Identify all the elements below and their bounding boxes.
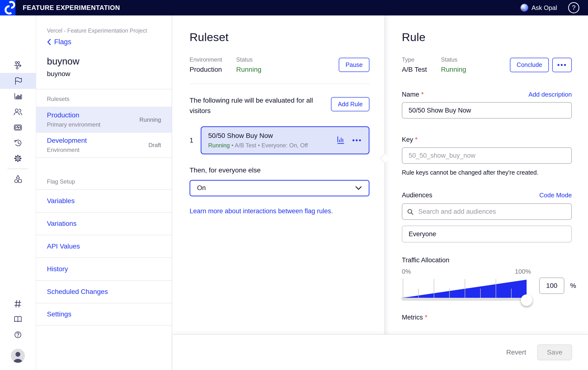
traffic-allocation-slider[interactable]: 0% 100% [402,268,527,304]
optimizely-logo[interactable] [0,0,15,15]
learn-more-link[interactable]: Learn more about interactions between fl… [189,208,333,215]
icon-rail [0,15,36,370]
flag-key: buynow [47,70,161,78]
add-rule-button[interactable]: Add Rule [331,97,369,111]
help-circle-icon [13,330,22,339]
chevron-left-icon [47,39,51,45]
sidebar-item-reports[interactable] [0,89,36,104]
status-value: Running [236,66,261,73]
code-mode-link[interactable]: Code Mode [539,191,572,199]
sidebar-item-variations[interactable]: Variations [36,212,172,235]
rule-key-input[interactable] [402,147,572,164]
sidebar-item-variables[interactable]: Variables [36,189,172,212]
add-description-link[interactable]: Add description [528,91,572,98]
chevron-down-icon [355,186,362,190]
name-label: Name* [402,91,424,98]
environment-value: Production [189,66,222,73]
audience-everyone-chip[interactable]: Everyone [402,226,572,242]
top-bar: FEATURE EXPERIMENTATION Ask Opal ? [0,0,588,15]
slider-tick [418,289,419,298]
environment-status: Draft [148,142,161,149]
slider-tick [449,289,450,298]
sidebar-item-settings[interactable] [0,151,36,166]
conclude-button[interactable]: Conclude [510,58,549,72]
rule-card-status: Running [208,142,230,149]
environment-description: Primary environment [47,121,100,128]
sidebar-item-history[interactable]: History [36,258,172,280]
sidebar-item-history[interactable] [0,135,36,151]
sidebar-item-events[interactable] [0,120,36,135]
sidebar-item-flags[interactable] [0,73,36,89]
sidebar-item-production[interactable]: Production Primary environment Running [36,107,172,132]
audience-search-input[interactable] [402,203,572,220]
sidebar-item-help[interactable] [0,327,36,342]
book-icon [13,315,22,324]
bar-chart-icon [13,92,22,101]
sidebar-item-settings[interactable]: Settings [36,303,172,326]
rail-divider [8,169,28,169]
rule-detail-panel: Rule Type A/B Test Status Running Conclu… [384,15,588,370]
gear-icon [13,154,22,163]
slider-tick [434,279,434,298]
slider-tick [465,279,465,298]
rule-name-input[interactable] [402,102,572,119]
sidebar-item-shortcuts[interactable] [0,296,36,311]
save-button[interactable]: Save [537,344,572,360]
traffic-percent-input[interactable] [539,278,564,294]
type-label: Type [402,56,427,63]
feature-experimentation-app: FEATURE EXPERIMENTATION Ask Opal ? [0,0,588,370]
revert-button[interactable]: Revert [506,349,526,356]
sidebar-item-docs[interactable] [0,311,36,327]
rule-card-title: 50/50 Show Buy Now [208,132,336,140]
sidebar-item-audiences[interactable] [0,104,36,120]
optimizely-logo-icon [3,1,17,15]
action-bar: Revert Save [173,334,588,370]
required-asterisk: * [421,91,424,98]
results-chart-icon[interactable] [336,136,346,145]
back-to-flags-link[interactable]: Flags [47,38,161,46]
pause-button[interactable]: Pause [339,58,369,72]
environment-status: Running [139,116,161,123]
rule-title: Rule [402,30,572,44]
status-label: Status [441,56,466,63]
help-icon[interactable]: ? [568,2,579,13]
fallback-dropdown-value: On [197,184,206,192]
slider-min-label: 0% [402,268,411,275]
ruleset-title: Ruleset [189,30,369,44]
product-title: FEATURE EXPERIMENTATION [23,4,120,12]
status-label: Status [236,56,261,63]
breadcrumb: Vercel - Feature Experimentation Project [47,28,161,34]
required-asterisk: * [425,314,428,321]
opal-orb-icon [521,4,528,12]
rule-card-meta: • A/B Test • Everyone: On, Off [230,142,308,149]
metrics-label: Metrics* [402,314,428,321]
traffic-allocation-label: Traffic Allocation [402,257,572,264]
type-value: A/B Test [402,66,427,73]
avatar-person-icon [11,349,25,363]
monitor-pulse-icon [13,123,22,132]
ruleset-panel: Ruleset Environment Production Status Ru… [172,15,384,370]
sidebar-item-development[interactable]: Development Environment Draft [36,132,172,158]
flag-setup-section-label: Flag Setup [36,172,172,189]
slider-tick [496,279,496,298]
key-help-text: Rule keys cannot be changed after they'r… [402,169,572,176]
sidebar-item-components[interactable] [0,171,36,187]
sidebar-item-api-values[interactable]: API Values [36,235,172,258]
flag-name: buynow [47,56,161,67]
fallback-dropdown[interactable]: On [189,180,369,196]
ask-opal-button[interactable]: Ask Opal [532,4,557,12]
user-avatar[interactable] [11,349,25,363]
slider-handle[interactable] [521,294,532,306]
rule-menu-button[interactable]: ••• [352,137,362,144]
slider-tick [480,289,481,298]
rule-overflow-menu-button[interactable]: ••• [552,58,572,72]
rulesets-section-label: Rulesets [36,89,172,107]
sidebar-item-scheduled-changes[interactable]: Scheduled Changes [36,280,172,303]
rule-card[interactable]: 50/50 Show Buy Now Running • A/B Test • … [201,126,369,154]
environment-name: Development [47,137,87,144]
fallback-label: Then, for everyone else [189,166,369,174]
experiment-flow-icon [13,61,22,70]
sidebar-item-experiments[interactable] [0,58,36,73]
key-label: Key* [402,136,418,143]
search-icon [407,209,414,215]
